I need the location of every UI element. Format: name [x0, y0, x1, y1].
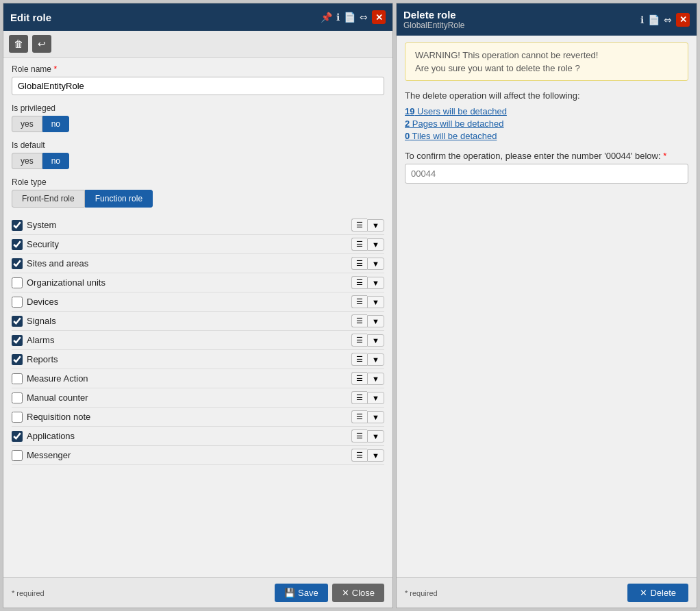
- permission-list-btn-requisition-note[interactable]: ☰: [351, 410, 367, 423]
- is-privileged-yes-button[interactable]: yes: [12, 116, 42, 132]
- role-name-label: Role name *: [12, 64, 384, 74]
- permission-item-applications: Applications☰▼: [12, 427, 384, 446]
- permission-checkbox-alarms[interactable]: [12, 335, 23, 346]
- permission-chevron-btn-reports[interactable]: ▼: [367, 353, 384, 366]
- export-icon[interactable]: 📄: [344, 12, 355, 23]
- delete-role-title: Delete role: [403, 9, 464, 21]
- role-type-frontend-button[interactable]: Front-End role: [12, 190, 85, 208]
- permission-checkbox-sites-areas[interactable]: [12, 258, 23, 269]
- permission-checkbox-devices[interactable]: [12, 297, 23, 308]
- delete-expand-icon[interactable]: ⇔: [664, 14, 672, 25]
- delete-info-icon[interactable]: ℹ: [640, 14, 644, 25]
- permission-list-btn-applications[interactable]: ☰: [351, 429, 367, 442]
- permission-checkbox-applications[interactable]: [12, 431, 23, 442]
- is-privileged-no-button[interactable]: no: [42, 116, 69, 132]
- permission-chevron-btn-requisition-note[interactable]: ▼: [367, 411, 384, 423]
- delete-role-header: Delete role GlobalEntityRole ℹ 📄 ⇔ ✕: [397, 3, 697, 36]
- close-delete-role-button[interactable]: ✕: [676, 13, 690, 27]
- permission-chevron-btn-messenger[interactable]: ▼: [367, 449, 384, 462]
- is-default-yes-button[interactable]: yes: [12, 153, 42, 169]
- permission-left-sites-areas: Sites and areas: [12, 258, 88, 269]
- is-default-toggle: yes no: [12, 153, 384, 169]
- permission-list-btn-system[interactable]: ☰: [351, 219, 367, 232]
- permission-list-btn-sites-areas[interactable]: ☰: [351, 257, 367, 270]
- delete-export-icon[interactable]: 📄: [648, 14, 660, 25]
- permission-list-btn-alarms[interactable]: ☰: [351, 334, 367, 347]
- permission-controls-requisition-note: ☰▼: [351, 410, 384, 423]
- permission-checkbox-messenger[interactable]: [12, 450, 23, 461]
- affected-item-0[interactable]: 19 Users will be detached: [405, 106, 688, 116]
- delete-button[interactable]: ✕ Delete: [627, 584, 688, 602]
- edit-footer-actions: 💾 Save ✕ Close: [275, 584, 384, 602]
- permission-checkbox-signals[interactable]: [12, 316, 23, 327]
- permission-list-btn-signals[interactable]: ☰: [351, 314, 367, 327]
- is-privileged-group: Is privileged yes no: [12, 103, 384, 132]
- permission-chevron-btn-system[interactable]: ▼: [367, 219, 384, 232]
- save-button[interactable]: 💾 Save: [275, 584, 328, 602]
- permission-left-org-units: Organizational units: [12, 277, 105, 288]
- permission-list-btn-messenger[interactable]: ☰: [351, 449, 367, 462]
- permission-item-security: Security☰▼: [12, 235, 384, 254]
- affected-item-1[interactable]: 2 Pages will be detached: [405, 119, 688, 129]
- permission-checkbox-manual-counter[interactable]: [12, 392, 23, 403]
- permission-checkbox-system[interactable]: [12, 220, 23, 231]
- affected-count-1: 2: [405, 119, 410, 129]
- permission-list-btn-devices[interactable]: ☰: [351, 295, 367, 308]
- permission-chevron-btn-measure-action[interactable]: ▼: [367, 373, 384, 385]
- warning-line2: Are you sure you want to delete the role…: [415, 63, 678, 73]
- permission-controls-system: ☰▼: [351, 219, 384, 232]
- delete-toolbar-button[interactable]: 🗑: [9, 35, 28, 53]
- permission-checkbox-reports[interactable]: [12, 354, 23, 365]
- permission-checkbox-security[interactable]: [12, 239, 23, 250]
- undo-toolbar-button[interactable]: ↩: [32, 35, 51, 53]
- permission-item-messenger: Messenger☰▼: [12, 446, 384, 465]
- permission-chevron-btn-sites-areas[interactable]: ▼: [367, 258, 384, 270]
- edit-role-title: Edit role: [10, 12, 51, 23]
- permission-chevron-btn-signals[interactable]: ▼: [367, 315, 384, 327]
- permission-label-manual-counter: Manual counter: [27, 392, 88, 403]
- permission-list-btn-reports[interactable]: ☰: [351, 353, 367, 366]
- pin-icon[interactable]: 📌: [321, 12, 332, 23]
- permission-list-btn-org-units[interactable]: ☰: [351, 276, 367, 289]
- close-edit-role-button[interactable]: ✕: [372, 10, 386, 24]
- permission-controls-devices: ☰▼: [351, 295, 384, 308]
- permission-chevron-btn-applications[interactable]: ▼: [367, 430, 384, 442]
- permission-checkbox-requisition-note[interactable]: [12, 412, 23, 423]
- role-type-function-button[interactable]: Function role: [85, 190, 153, 208]
- permission-checkbox-org-units[interactable]: [12, 277, 23, 288]
- edit-role-toolbar: 🗑 ↩: [3, 31, 392, 58]
- info-icon[interactable]: ℹ: [336, 12, 340, 23]
- permission-chevron-btn-devices[interactable]: ▼: [367, 296, 384, 308]
- warning-box: WARNING! This operation cannot be revert…: [405, 42, 688, 81]
- permission-chevron-btn-manual-counter[interactable]: ▼: [367, 392, 384, 404]
- delete-role-title-block: Delete role GlobalEntityRole: [403, 9, 464, 30]
- expand-icon[interactable]: ⇔: [360, 12, 368, 23]
- permission-label-measure-action: Measure Action: [27, 373, 88, 384]
- header-icons: 📌 ℹ 📄 ⇔ ✕: [321, 10, 386, 24]
- delete-role-content: WARNING! This operation cannot be revert…: [397, 36, 697, 577]
- permission-list-btn-measure-action[interactable]: ☰: [351, 372, 367, 385]
- permission-controls-sites-areas: ☰▼: [351, 257, 384, 270]
- permission-chevron-btn-org-units[interactable]: ▼: [367, 277, 384, 289]
- permission-item-alarms: Alarms☰▼: [12, 331, 384, 350]
- is-default-label: Is default: [12, 140, 384, 150]
- permission-list-btn-manual-counter[interactable]: ☰: [351, 391, 367, 404]
- affected-item-2[interactable]: 0 Tiles will be detached: [405, 131, 688, 141]
- confirm-input[interactable]: [405, 164, 688, 184]
- permission-checkbox-measure-action[interactable]: [12, 373, 23, 384]
- permission-controls-messenger: ☰▼: [351, 449, 384, 462]
- permission-controls-org-units: ☰▼: [351, 276, 384, 289]
- is-default-no-button[interactable]: no: [42, 153, 69, 169]
- permission-chevron-btn-security[interactable]: ▼: [367, 238, 384, 251]
- delete-required-label: * required: [405, 589, 438, 597]
- close-button[interactable]: ✕ Close: [332, 584, 384, 602]
- permission-controls-applications: ☰▼: [351, 429, 384, 442]
- permission-left-applications: Applications: [12, 431, 75, 442]
- delete-header-icons: ℹ 📄 ⇔ ✕: [640, 13, 690, 27]
- permission-chevron-btn-alarms[interactable]: ▼: [367, 334, 384, 347]
- role-type-group: Role type Front-End role Function role: [12, 177, 384, 208]
- permission-list-btn-security[interactable]: ☰: [351, 238, 367, 251]
- permission-item-sites-areas: Sites and areas☰▼: [12, 254, 384, 273]
- role-name-input[interactable]: [12, 77, 384, 95]
- delete-role-footer: * required ✕ Delete: [397, 577, 697, 608]
